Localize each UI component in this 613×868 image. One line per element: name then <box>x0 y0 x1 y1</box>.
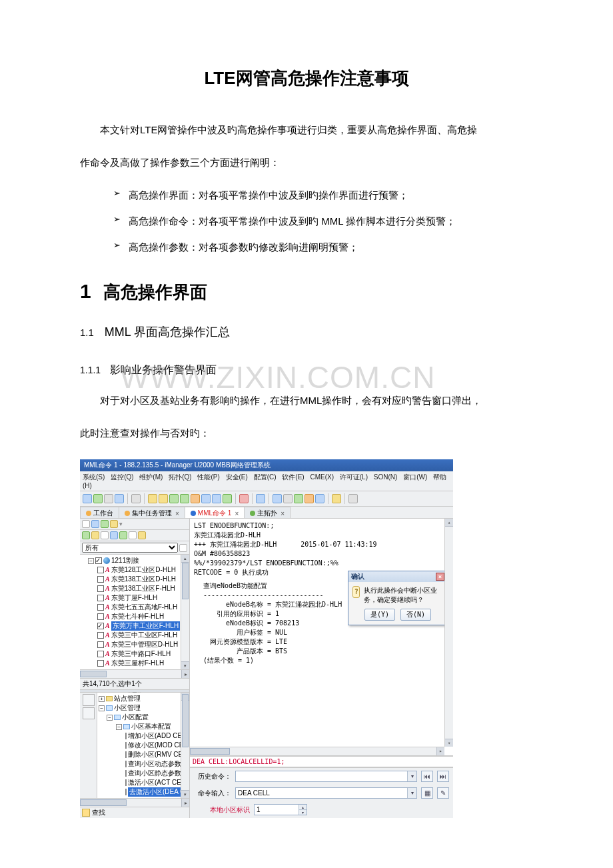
cfg-node[interactable]: −小区基本配置 <box>99 722 188 731</box>
toolbar-icon[interactable] <box>83 494 92 503</box>
toolbar-icon[interactable] <box>169 494 179 503</box>
tab-task-mgr[interactable]: 集中任务管理 × <box>119 507 185 518</box>
toolbar-icon[interactable] <box>159 494 168 503</box>
scroll-up-icon[interactable]: ▴ <box>445 519 453 527</box>
tree-item[interactable]: A东莞丁屋F-HLH <box>81 593 189 603</box>
toolbar-icon[interactable] <box>115 494 124 503</box>
toolbar-icon[interactable] <box>104 494 113 503</box>
cfg-leaf[interactable]: 删除小区(RMV CELL) <box>99 750 188 759</box>
checkbox[interactable] <box>97 623 104 629</box>
checkbox[interactable] <box>97 641 104 648</box>
cfg-node[interactable]: +站点管理 <box>99 694 188 703</box>
menu-item[interactable]: 安全(E) <box>226 473 248 481</box>
scroll-thumb[interactable] <box>80 671 107 677</box>
toolbar-icon[interactable] <box>180 494 189 503</box>
toolbar-icon[interactable] <box>315 494 324 503</box>
scroll-up-icon[interactable]: ▴ <box>181 555 189 563</box>
dropdown-icon[interactable]: ▾ <box>407 788 416 798</box>
toolbar-icon[interactable] <box>148 494 157 503</box>
tab-topology[interactable]: 主拓扑 × <box>244 507 291 518</box>
toolbar-icon[interactable] <box>283 494 293 503</box>
vertical-scrollbar[interactable]: ▴ ▾ <box>444 519 453 747</box>
toolbar-icon[interactable] <box>201 494 211 503</box>
cmd-input[interactable]: DEA CELL ▾ <box>235 787 417 799</box>
tree-item[interactable]: A东莞三屋村F-HLH <box>81 659 189 668</box>
horizontal-scrollbar[interactable]: ▸ <box>190 747 444 755</box>
side-button[interactable] <box>83 694 95 706</box>
checkbox[interactable] <box>97 585 104 592</box>
cfg-leaf[interactable]: 查询小区静态参数(LST C <box>99 769 188 778</box>
scroll-down-icon[interactable]: ▾ <box>445 739 453 747</box>
tree-item[interactable]: A东莞128工业区D-HLH <box>81 565 189 575</box>
vertical-scrollbar[interactable]: ▴ ▾ <box>181 693 189 798</box>
expand-icon[interactable]: + <box>99 696 105 702</box>
scroll-right-icon[interactable]: ▸ <box>436 747 444 755</box>
spin-up-icon[interactable]: ▴ <box>299 805 306 810</box>
checkbox[interactable] <box>97 576 104 583</box>
toolbar-icon[interactable] <box>239 494 249 503</box>
tab-close-icon[interactable]: × <box>281 510 285 517</box>
toolbar-icon[interactable] <box>305 494 314 503</box>
tree-item[interactable]: A东莞七斗种F-HLH <box>81 612 189 621</box>
tree-item[interactable]: A东莞三中工业区F-HLH <box>81 631 189 640</box>
expand-icon[interactable]: − <box>116 724 122 730</box>
toolbar-icon[interactable] <box>129 531 137 539</box>
horizontal-scrollbar[interactable]: ▸ <box>80 669 189 678</box>
assist-button[interactable]: ✎ <box>437 787 449 799</box>
menu-item[interactable]: 维护(M) <box>139 473 163 481</box>
checkbox[interactable] <box>97 632 104 639</box>
menu-item[interactable]: 监控(Q) <box>111 473 133 481</box>
toolbar-icon[interactable] <box>223 494 232 503</box>
menu-item[interactable]: 拓扑(Q) <box>169 473 191 481</box>
toolbar-icon[interactable] <box>273 494 282 503</box>
cfg-leaf[interactable]: 激活小区(ACT CELL) <box>99 778 188 787</box>
next-button[interactable]: ⏭ <box>437 771 449 782</box>
toolbar-icon[interactable] <box>82 531 90 539</box>
toolbar-icon[interactable] <box>101 531 109 539</box>
scroll-right-icon[interactable]: ▸ <box>181 670 189 678</box>
param-spinner[interactable]: ▴ ▾ <box>254 804 307 815</box>
horizontal-scrollbar[interactable]: ▸ <box>80 798 189 807</box>
filter-select[interactable]: 所有 <box>82 543 178 553</box>
scroll-thumb[interactable] <box>182 563 189 599</box>
toolbar-icon[interactable] <box>101 520 109 528</box>
toolbar-icon[interactable] <box>119 531 127 539</box>
checkbox[interactable] <box>97 613 104 620</box>
scroll-down-icon[interactable]: ▾ <box>181 790 189 798</box>
dropdown-icon[interactable]: ▾ <box>407 771 416 781</box>
expand-icon[interactable]: − <box>99 705 105 711</box>
expand-icon[interactable]: − <box>88 558 94 564</box>
cfg-leaf[interactable]: 增加小区(ADD CELL) <box>99 731 188 741</box>
toolbar-icon[interactable] <box>110 531 118 539</box>
toolbar-icon[interactable] <box>212 494 221 503</box>
toolbar-icon[interactable] <box>131 494 141 503</box>
toolbar-icon[interactable] <box>191 494 200 503</box>
toolbar-icon[interactable] <box>294 494 303 503</box>
checkbox[interactable] <box>97 651 104 657</box>
cfg-node[interactable]: −小区管理 <box>99 703 188 713</box>
tab-close-icon[interactable]: × <box>235 510 239 517</box>
scroll-down-icon[interactable]: ▾ <box>181 661 189 669</box>
execute-button[interactable]: ▦ <box>421 787 433 799</box>
toolbar-icon[interactable] <box>348 494 358 503</box>
menu-item[interactable]: 许可证(L) <box>340 473 368 481</box>
expand-icon[interactable]: − <box>107 715 113 721</box>
search-icon[interactable] <box>82 809 90 817</box>
tree-item[interactable]: A东莞七五五高地F-HLH <box>81 603 189 612</box>
toolbar-icon[interactable] <box>91 531 99 539</box>
dialog-titlebar[interactable]: 确认 × <box>348 571 447 582</box>
no-button[interactable]: 否(N) <box>400 609 431 621</box>
checkbox[interactable] <box>97 660 104 667</box>
toolbar-icon[interactable] <box>138 531 146 539</box>
tree-item[interactable]: A东莞138工业区F-HLH <box>81 584 189 593</box>
toolbar-icon[interactable] <box>256 494 265 503</box>
toolbar-icon[interactable] <box>93 494 103 503</box>
cfg-leaf[interactable]: 查询小区动态参数(DSP C <box>99 759 188 769</box>
checkbox[interactable] <box>95 557 102 564</box>
scroll-thumb[interactable] <box>190 748 230 755</box>
tab-mml[interactable]: MML命令 1 × <box>185 507 245 518</box>
tree-item[interactable]: A东莞三中路口F-HLH <box>81 649 189 659</box>
cfg-leaf[interactable]: 去激活小区(DEA CELL) <box>99 787 188 797</box>
side-button[interactable] <box>83 707 95 719</box>
tab-close-icon[interactable]: × <box>175 510 179 517</box>
